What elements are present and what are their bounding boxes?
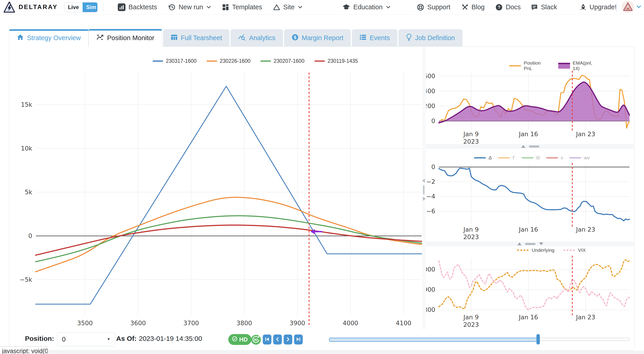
- legend-swatch: [498, 157, 510, 159]
- time-slider[interactable]: [329, 338, 630, 341]
- legend-item[interactable]: 230207-1600: [260, 58, 304, 64]
- deltaray-logo-icon[interactable]: [3, 1, 16, 13]
- nav-item-blog[interactable]: Blog: [461, 3, 485, 11]
- greeks-chart[interactable]: 0−2−4−6Jan 92023Jan 16Jan 23: [426, 159, 634, 242]
- chevron-left-icon: [275, 337, 280, 342]
- nav-item-new-run[interactable]: New run: [168, 3, 211, 11]
- table-icon: [171, 34, 178, 42]
- skip-start-button[interactable]: [263, 335, 272, 345]
- tab-label: Events: [370, 34, 390, 42]
- tab-bar: Strategy Overview Position Monitor Full …: [9, 29, 462, 47]
- svg-text:400: 400: [426, 87, 435, 95]
- chevron-down-icon: [386, 6, 390, 8]
- legend-swatch: [546, 157, 558, 159]
- nav-label: Education: [353, 3, 382, 11]
- step-forward-button[interactable]: [284, 335, 292, 345]
- svg-text:2023: 2023: [463, 321, 479, 328]
- nav-label: Blog: [472, 3, 485, 11]
- splitter-collapse-left-icon[interactable]: [422, 178, 425, 183]
- asof-label: As Of:: [116, 335, 136, 343]
- svg-text:−2: −2: [426, 178, 435, 185]
- collapse-up-icon[interactable]: [518, 242, 522, 245]
- legend-item[interactable]: 230317-1600: [153, 58, 197, 64]
- nav-item-slack[interactable]: Slack: [531, 3, 557, 11]
- rocket-icon: [580, 4, 586, 11]
- dollar-circle-icon: $: [292, 34, 299, 42]
- separator-handle[interactable]: [525, 243, 536, 245]
- svg-text:Jan 23: Jan 23: [576, 314, 596, 321]
- underlying-chart[interactable]: 380039004000Jan 92023Jan 16Jan 23: [426, 252, 634, 332]
- svg-text:15k: 15k: [21, 101, 32, 108]
- account-chevron-down-icon[interactable]: [636, 5, 641, 9]
- navbar-divider: [616, 1, 617, 13]
- page-bottom-strip: [0, 351, 644, 354]
- live-sim-toggle: Live Sim: [64, 2, 98, 12]
- navbar-divider: [103, 3, 103, 12]
- hd-toggle-button[interactable]: HD: [228, 334, 252, 345]
- svg-text:3800: 3800: [236, 320, 252, 327]
- nav-item-templates[interactable]: Templates: [222, 3, 262, 11]
- splitter-drag-handle[interactable]: [423, 185, 424, 194]
- svg-text:4000: 4000: [426, 266, 435, 273]
- nav-label: Site: [283, 3, 294, 11]
- tab-label: Margin Report: [302, 34, 344, 42]
- svg-text:Jan 9: Jan 9: [463, 131, 478, 138]
- nav-item-backtests[interactable]: Backtests: [118, 3, 157, 11]
- panel-splitter[interactable]: [422, 47, 426, 329]
- legend-label: 230207-1600: [274, 58, 304, 64]
- svg-text:3900: 3900: [290, 320, 305, 327]
- nav-item-docs[interactable]: ? Docs: [495, 3, 521, 11]
- legend-item[interactable]: 230226-1600: [206, 58, 250, 64]
- graduation-cap-icon: [342, 4, 350, 11]
- svg-text:Jan 23: Jan 23: [576, 226, 596, 233]
- collapse-up-icon[interactable]: [521, 145, 525, 148]
- tab-analytics[interactable]: Analytics: [230, 29, 283, 47]
- panel-separator: [426, 242, 635, 246]
- nav-item-site[interactable]: Site: [273, 3, 302, 11]
- tab-job-definition[interactable]: Job Definition: [398, 29, 462, 47]
- threed-button[interactable]: 3D: [251, 335, 261, 345]
- status-tooltip: javascript: void(0): [0, 346, 48, 354]
- legend-swatch: [153, 60, 163, 62]
- toggle-live[interactable]: Live: [64, 2, 82, 12]
- tab-events[interactable]: Events: [352, 29, 397, 47]
- tab-position-monitor[interactable]: Position Monitor: [88, 29, 162, 47]
- legend-label: 230226-1600: [220, 58, 250, 64]
- avatar[interactable]: [622, 1, 634, 14]
- svg-text:Jan 9: Jan 9: [463, 226, 478, 233]
- nav-item-upgrade[interactable]: Upgrade!: [580, 3, 616, 11]
- payoff-chart[interactable]: −5k05k10k15k3500360037003800390040004100: [13, 67, 422, 329]
- svg-text:4000: 4000: [343, 320, 358, 327]
- svg-text:4100: 4100: [396, 320, 412, 327]
- svg-text:3700: 3700: [183, 320, 199, 327]
- tab-label: Full Tearsheet: [181, 34, 222, 42]
- step-back-button[interactable]: [273, 335, 282, 345]
- svg-text:Jan 9: Jan 9: [463, 314, 478, 321]
- splitter-collapse-right-icon[interactable]: [423, 197, 426, 201]
- legend-swatch: [522, 157, 534, 159]
- position-value: 0: [62, 336, 66, 343]
- time-slider-handle[interactable]: [536, 334, 540, 345]
- question-circle-icon: ?: [495, 3, 503, 11]
- position-select[interactable]: 0 ▼: [57, 332, 115, 346]
- tab-full-tearsheet[interactable]: Full Tearsheet: [163, 29, 230, 47]
- svg-text:600: 600: [426, 72, 435, 80]
- skip-end-button[interactable]: [294, 335, 303, 345]
- toggle-sim[interactable]: Sim: [82, 2, 98, 12]
- nav-label: Templates: [232, 3, 262, 11]
- separator-handle[interactable]: [529, 146, 540, 148]
- tab-margin-report[interactable]: $ Margin Report: [284, 29, 351, 47]
- legend-swatch: [260, 60, 271, 62]
- legend-swatch: [564, 249, 575, 251]
- legend-swatch: [474, 157, 486, 159]
- trend-spark-icon: [96, 34, 104, 42]
- tab-strategy-overview[interactable]: Strategy Overview: [9, 29, 88, 47]
- pnl-chart[interactable]: 0200400600Jan 92023Jan 16Jan 23: [426, 67, 634, 147]
- legend-item[interactable]: 230119-1435: [314, 58, 358, 64]
- collapse-down-icon[interactable]: [539, 242, 543, 245]
- nav-item-support[interactable]: Support: [417, 3, 450, 11]
- skip-start-icon: [264, 337, 270, 343]
- nav-item-education[interactable]: Education: [342, 3, 390, 11]
- triangle-icon: [273, 4, 280, 11]
- svg-text:5k: 5k: [25, 188, 32, 195]
